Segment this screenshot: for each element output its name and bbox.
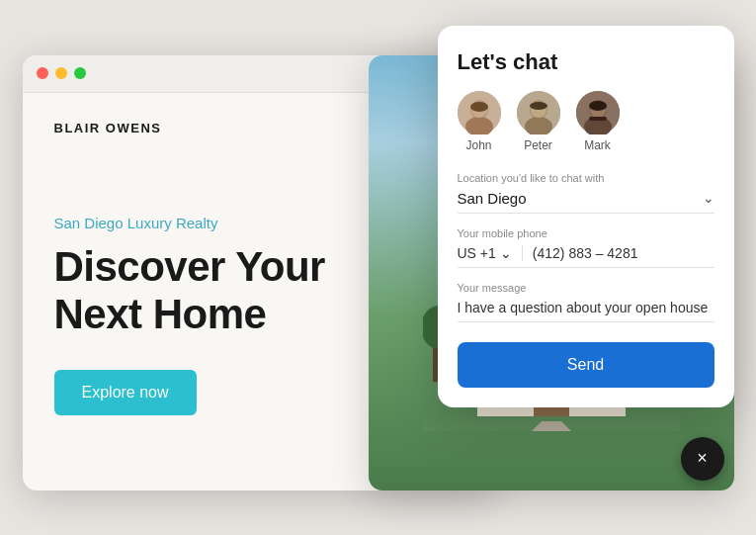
message-label: Your message <box>458 282 714 294</box>
agent-mark: Mark <box>576 91 620 152</box>
chat-modal: Let's chat John Peter Mark <box>438 26 734 407</box>
agent-peter: Peter <box>517 91 560 152</box>
phone-prefix-chevron: ⌄ <box>500 245 512 261</box>
agent-john-name: John <box>465 138 491 152</box>
svg-point-23 <box>470 102 488 112</box>
phone-field: Your mobile phone US +1 ⌄ (412) 883 – 42… <box>458 227 714 268</box>
message-value[interactable]: I have a question about your open house <box>458 300 714 322</box>
chat-title: Let's chat <box>458 49 714 75</box>
fullscreen-traffic-light[interactable] <box>74 67 86 79</box>
phone-number-value: (412) 883 – 4281 <box>533 245 638 261</box>
agent-mark-avatar <box>576 91 620 134</box>
agent-mark-name: Mark <box>584 138 611 152</box>
chevron-down-icon: ⌄ <box>703 190 714 206</box>
minimize-traffic-light[interactable] <box>55 67 67 79</box>
phone-prefix-select[interactable]: US +1 ⌄ <box>458 245 523 261</box>
close-traffic-light[interactable] <box>37 67 48 79</box>
send-button[interactable]: Send <box>458 342 714 388</box>
location-select[interactable]: San Diego ⌄ <box>458 190 714 214</box>
svg-point-28 <box>530 102 547 110</box>
close-button[interactable]: × <box>681 437 724 481</box>
agent-peter-name: Peter <box>524 138 552 152</box>
location-field: Location you'd like to chat with San Die… <box>458 172 714 214</box>
svg-rect-34 <box>589 117 607 121</box>
svg-point-33 <box>589 101 607 111</box>
location-value: San Diego <box>458 190 527 207</box>
phone-label: Your mobile phone <box>458 227 714 239</box>
agent-john: John <box>458 91 501 152</box>
phone-row: US +1 ⌄ (412) 883 – 4281 <box>458 245 714 268</box>
explore-button[interactable]: Explore now <box>54 370 197 415</box>
location-label: Location you'd like to chat with <box>458 172 714 184</box>
agent-john-avatar <box>458 91 501 134</box>
message-field: Your message I have a question about you… <box>458 282 714 322</box>
agent-peter-avatar <box>517 91 560 134</box>
phone-prefix-value: US +1 <box>458 245 496 261</box>
agents-row: John Peter Mark <box>458 91 714 152</box>
